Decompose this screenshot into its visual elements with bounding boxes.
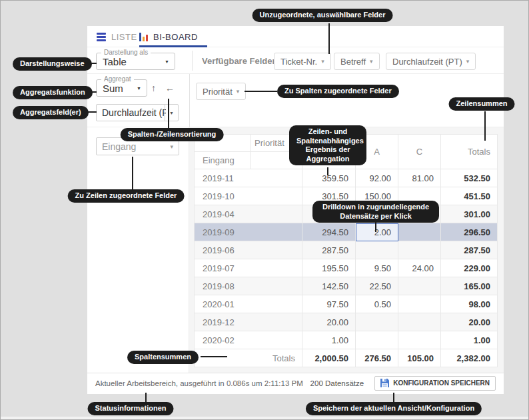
row-label: 2019-04: [195, 205, 302, 223]
sort-up-icon[interactable]: ↑: [151, 83, 156, 93]
chevron-down-icon: ▼: [137, 86, 141, 91]
column-field-button-prioritaet[interactable]: Priorität ▾: [196, 83, 246, 100]
row-label: 2019-09: [195, 223, 302, 241]
field-button-betreff[interactable]: Betreff ▾: [334, 53, 380, 70]
aggregate-value: Sum: [103, 83, 123, 94]
value-cell[interactable]: 20.00: [302, 313, 356, 331]
value-cell[interactable]: 22.50: [356, 277, 398, 295]
value-cell[interactable]: 1.00: [302, 331, 356, 349]
totals-label: Totals: [195, 349, 302, 367]
column-header-totals: Totals: [441, 135, 498, 169]
pivot-body: Priorität A C Totals Eingang 2019-11359.…: [195, 135, 498, 367]
connector-line: [201, 356, 227, 357]
row-label: 2019-11: [195, 169, 302, 187]
connector-line: [245, 91, 277, 92]
annotation-column-totals: Spaltensummen: [127, 351, 199, 364]
annotation-aggregation-result: Zeilen- und Spaltenabhängiges Ergebnis d…: [289, 125, 366, 165]
value-cell[interactable]: [398, 241, 441, 259]
tab-liste[interactable]: LISTE: [97, 26, 137, 47]
totals-value-cell[interactable]: 2,000.50: [302, 349, 356, 367]
table-row: 2019-09294.502.00296.50: [195, 223, 498, 241]
value-cell[interactable]: 195.50: [302, 259, 356, 277]
value-cell[interactable]: [398, 331, 441, 349]
value-cell[interactable]: 97.50: [302, 295, 356, 313]
value-cell[interactable]: [398, 295, 441, 313]
totals-value-cell[interactable]: 2,382.00: [441, 349, 498, 367]
field-button-ticket-nr[interactable]: Ticket-Nr. ▾: [274, 53, 331, 70]
value-cell[interactable]: 92.00: [356, 169, 398, 187]
annotation-sorting: Spalten-/Zeilensortierung: [121, 128, 224, 141]
status-bar: Aktueller Arbeitsbereich, ausgeführt in …: [87, 373, 504, 393]
connector-line: [145, 393, 147, 402]
value-cell[interactable]: 142.50: [302, 277, 356, 295]
tab-bi-board-label: BI-BOARD: [153, 32, 198, 42]
chevron-down-icon: ▾: [237, 88, 240, 95]
row-field-value: Eingang: [102, 141, 136, 152]
annotation-row-fields: Zu Zeilen zugeordnete Felder: [68, 189, 185, 203]
value-cell[interactable]: [398, 313, 441, 331]
value-cell[interactable]: [398, 223, 441, 241]
totals-value-cell[interactable]: 276.50: [356, 349, 398, 367]
field-button-label: Priorität: [203, 87, 233, 97]
annotation-drilldown: Drilldown in zugrundeliegende Datensätze…: [312, 201, 439, 223]
divider: [189, 74, 190, 127]
sort-left-icon[interactable]: ←: [165, 83, 175, 93]
value-cell[interactable]: 165.00: [441, 277, 498, 295]
value-cell[interactable]: 296.50: [441, 223, 498, 241]
value-cell[interactable]: 229.00: [441, 259, 498, 277]
table-row: 2019-11359.5092.0081.00532.50: [195, 169, 498, 187]
save-configuration-button[interactable]: KONFIGURATION SPEICHERN: [374, 376, 496, 391]
value-cell[interactable]: 24.00: [398, 259, 441, 277]
divider: [192, 51, 193, 71]
connector-line: [132, 157, 133, 189]
value-cell[interactable]: [356, 241, 398, 259]
chevron-down-icon: ▾: [170, 143, 173, 150]
totals-value-cell[interactable]: 105.00: [398, 349, 441, 367]
value-cell[interactable]: 9.50: [356, 259, 398, 277]
annotation-aggregate-function: Aggregatsfunktion: [13, 86, 93, 99]
value-cell[interactable]: 359.50: [302, 169, 356, 187]
annotation-row-totals: Zeilensummen: [448, 97, 514, 111]
column-header-c: C: [398, 135, 441, 169]
value-cell[interactable]: 98.00: [441, 295, 498, 313]
annotation-status-info: Statusinformationen: [88, 402, 174, 415]
aggregate-legend: Aggregat: [101, 75, 134, 83]
connector-line: [484, 111, 486, 141]
value-cell[interactable]: 2.00: [356, 223, 398, 241]
field-button-durchlaufzeit[interactable]: Durchlaufzeit (PT) ▾: [386, 53, 476, 70]
value-cell[interactable]: [398, 277, 441, 295]
value-cell[interactable]: 301.00: [441, 205, 498, 223]
value-cell[interactable]: 0.50: [356, 295, 398, 313]
row-label: 2020-01: [195, 295, 302, 313]
tab-bi-board[interactable]: BI-BOARD: [139, 26, 198, 47]
table-row: 2019-1220.0020.00: [195, 313, 498, 331]
value-cell[interactable]: 1.00: [441, 331, 498, 349]
bottom-strip: [1, 417, 528, 419]
table-row: 2020-0197.500.5098.00: [195, 295, 498, 313]
row-label: 2019-08: [195, 277, 302, 295]
row-label: 2019-10: [195, 187, 302, 205]
field-button-label: Durchlaufzeit (PT): [392, 57, 462, 67]
chevron-down-icon: ▼: [165, 105, 178, 121]
aggregate-select[interactable]: Aggregat Sum ▼: [96, 79, 147, 97]
value-cell[interactable]: 20.00: [441, 313, 498, 331]
value-cell[interactable]: 451.50: [441, 187, 498, 205]
value-cell[interactable]: 532.50: [441, 169, 498, 187]
available-fields-label: Verfügbare Felder: [202, 47, 276, 74]
save-icon: [380, 379, 389, 387]
value-cell[interactable]: 287.50: [302, 241, 356, 259]
value-cell[interactable]: [356, 331, 398, 349]
table-row: 2019-08142.5022.50165.00: [195, 277, 498, 295]
value-cell[interactable]: [356, 313, 398, 331]
value-cell[interactable]: 81.00: [398, 169, 441, 187]
tab-liste-label: LISTE: [111, 32, 137, 42]
row-label: 2019-06: [195, 241, 302, 259]
connector-line: [168, 99, 169, 128]
value-cell[interactable]: 294.50: [302, 223, 356, 241]
field-button-label: Ticket-Nr.: [280, 57, 317, 67]
aggregate-field-select[interactable]: Durchlaufzeit (P ▼: [96, 104, 179, 121]
toolbar-row-2: Aggregat Sum ▼ ↑ ← Durchlaufzeit (P ▼ Pr…: [87, 74, 504, 127]
value-cell[interactable]: 287.50: [441, 241, 498, 259]
table-row: 2020-021.001.00: [195, 331, 498, 349]
display-as-select[interactable]: Darstellung als Table ▼: [96, 53, 175, 70]
